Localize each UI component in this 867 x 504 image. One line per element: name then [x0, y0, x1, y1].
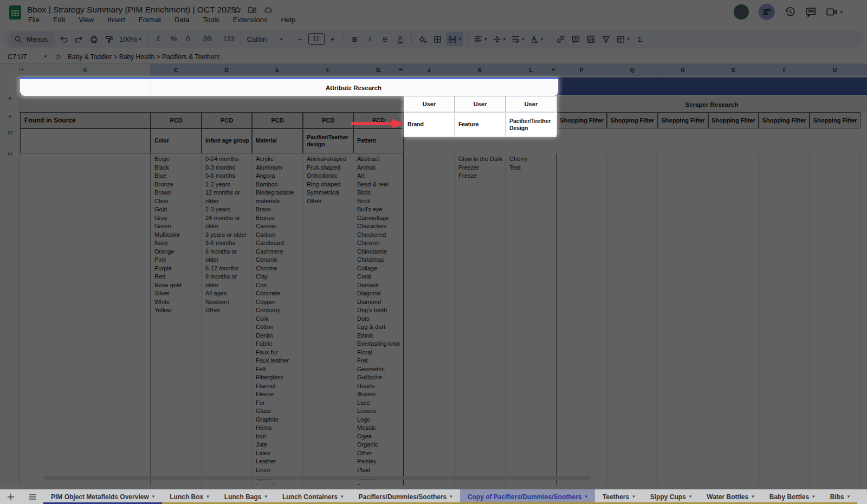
cell-shopping-filter-r[interactable]: Shopping Filter: [658, 112, 708, 128]
cell-pcd-d[interactable]: PCD: [202, 112, 252, 128]
row-header-11[interactable]: 11: [0, 140, 20, 165]
italic-button[interactable]: I: [363, 32, 377, 46]
cell-header-brand[interactable]: Brand: [404, 112, 455, 137]
cell-header-infant-age-group[interactable]: Infant age group: [202, 128, 252, 153]
cell-header-color[interactable]: Color: [151, 128, 202, 153]
cell-shopping-filter-u[interactable]: Shopping Filter: [810, 112, 860, 128]
hidden-column-A-marker-icon[interactable]: ▸: [22, 67, 23, 72]
tab-sippy-cups[interactable]: Sippy Cups▾: [643, 489, 700, 504]
cell-header-pacifier-teether-design[interactable]: Pacifier/Teether design: [303, 128, 353, 153]
format-currency-button[interactable]: £: [152, 32, 166, 46]
borders-button[interactable]: [431, 32, 445, 46]
fill-color-button[interactable]: [416, 32, 430, 46]
menu-format[interactable]: Format: [138, 16, 162, 24]
tab-teethers[interactable]: Teethers▾: [595, 489, 643, 504]
column-header-P[interactable]: P: [557, 64, 607, 76]
formula-input[interactable]: Baby & Toddler > Baby Health > Pacifiers…: [68, 53, 219, 61]
sheets-logo[interactable]: [8, 5, 23, 20]
star-button[interactable]: [233, 5, 242, 14]
font-size-input[interactable]: 11: [308, 33, 325, 45]
tab-copy-of-pacifiers-dummies-soothers[interactable]: Copy of Pacifiers/Dummies/Soothers▾: [460, 489, 595, 504]
cell-pcd-f[interactable]: PCD: [303, 112, 353, 128]
column-header-L[interactable]: L: [506, 64, 557, 76]
print-button[interactable]: [87, 32, 101, 46]
menu-insert[interactable]: Insert: [106, 16, 126, 24]
hidden-columns-HI-marker-icon[interactable]: ◂ ▸: [398, 67, 402, 72]
tab-pim-object-metafields-overview[interactable]: PIM Object Metafields Overview▾: [43, 489, 162, 504]
strikethrough-button[interactable]: S: [378, 32, 392, 46]
cell-list-pacifier-teether-design-user[interactable]: Cherry Teat: [506, 153, 557, 485]
column-header-G[interactable]: G: [353, 64, 404, 76]
format-percent-button[interactable]: %: [167, 32, 181, 46]
tab-water-bottles[interactable]: Water Bottles▾: [699, 489, 761, 504]
column-header-C[interactable]: C: [151, 64, 202, 76]
cell-list-infant-age-group[interactable]: 0-24 months 0-3 months 0-6 months 1-2 ye…: [202, 153, 252, 485]
select-all-corner[interactable]: [0, 64, 20, 76]
row-header-8[interactable]: 8: [0, 89, 20, 107]
undo-button[interactable]: [56, 32, 70, 46]
name-box[interactable]: C7:U7 ▾: [0, 53, 47, 61]
cell-user-l[interactable]: User: [506, 96, 557, 112]
paint-format-button[interactable]: [102, 32, 116, 46]
vertical-align-button[interactable]: ▾: [490, 32, 508, 46]
column-header-T[interactable]: T: [759, 64, 810, 76]
merge-cells-button[interactable]: ▾: [446, 32, 464, 46]
cloud-status-button[interactable]: [263, 5, 273, 14]
cell-header-feature[interactable]: Feature: [455, 112, 506, 137]
insert-link-button[interactable]: [553, 32, 567, 46]
cell-user-k[interactable]: User: [455, 96, 506, 112]
row-header-10[interactable]: 10: [0, 124, 20, 140]
column-header-D[interactable]: D: [202, 64, 252, 76]
cell-pcd-c[interactable]: PCD: [151, 112, 202, 128]
text-color-button[interactable]: A: [393, 32, 407, 46]
text-wrap-button[interactable]: ▾: [509, 32, 527, 46]
cell-user-j[interactable]: User: [404, 96, 455, 112]
comments-button[interactable]: [805, 7, 817, 18]
column-header-Q[interactable]: Q: [607, 64, 658, 76]
menus-search-button[interactable]: Menus: [9, 31, 55, 47]
menu-tools[interactable]: Tools: [202, 16, 220, 24]
horizontal-scrollbar-thumb[interactable]: [43, 476, 591, 480]
add-sheet-button[interactable]: [0, 489, 22, 504]
column-header-U[interactable]: U: [810, 64, 860, 76]
zoom-select[interactable]: 100% ▾: [117, 32, 144, 46]
version-history-button[interactable]: [784, 6, 796, 18]
account-avatar[interactable]: [733, 4, 749, 20]
horizontal-align-button[interactable]: ▾: [471, 32, 489, 46]
menu-file[interactable]: File: [27, 16, 41, 24]
column-header-J[interactable]: J: [404, 64, 455, 76]
more-formats-button[interactable]: 123: [221, 32, 237, 46]
column-header-K[interactable]: K: [455, 64, 506, 76]
tab-baby-bottles[interactable]: Baby Bottles▾: [762, 489, 823, 504]
hidden-columns-MNO-marker-icon[interactable]: ◂ ▸: [551, 67, 555, 72]
text-rotation-button[interactable]: ▾: [528, 32, 546, 46]
menu-view[interactable]: View: [77, 16, 95, 24]
decrease-decimal-button[interactable]: .0←: [182, 32, 198, 46]
cell-shopping-filter-s[interactable]: Shopping Filter: [708, 112, 759, 128]
tab-lunch-box[interactable]: Lunch Box▾: [162, 489, 217, 504]
insert-table-button[interactable]: ▾: [614, 32, 632, 46]
cell-attribute-research[interactable]: Attribute Research: [151, 79, 557, 96]
menu-data[interactable]: Data: [173, 16, 190, 24]
cell-list-pattern[interactable]: Abstract Animal Art Bead & reel Birds Br…: [353, 153, 404, 485]
column-header-S[interactable]: S: [708, 64, 759, 76]
tab-lunch-bags[interactable]: Lunch Bags▾: [217, 489, 275, 504]
insert-chart-button[interactable]: [584, 32, 598, 46]
move-to-folder-button[interactable]: [248, 5, 257, 14]
cell-list-feature[interactable]: Glow in the Dark Freezer Freeze: [455, 153, 506, 485]
decrease-font-size-button[interactable]: −: [293, 32, 307, 46]
menu-help[interactable]: Help: [280, 16, 296, 24]
cell-found-in-source[interactable]: Found in Source: [20, 112, 151, 128]
tab-pacifiers-dummies-soothers[interactable]: Pacifiers/Dummies/Soothers▾: [351, 489, 460, 504]
tab-bibs[interactable]: Bibs▾: [823, 489, 858, 504]
column-header-E[interactable]: E: [252, 64, 303, 76]
cell-header-material[interactable]: Material: [252, 128, 303, 153]
row-header-9[interactable]: 9: [0, 108, 20, 124]
cell-shopping-filter-q[interactable]: Shopping Filter: [607, 112, 658, 128]
cell-header-pattern[interactable]: Pattern: [353, 128, 404, 153]
insert-comment-button[interactable]: [568, 32, 583, 46]
cell-shopping-filter-p[interactable]: Shopping Filter: [557, 112, 607, 128]
tab-lunch-containers[interactable]: Lunch Containers▾: [275, 489, 351, 504]
increase-font-size-button[interactable]: +: [326, 32, 340, 46]
meet-button[interactable]: ▾: [826, 7, 843, 17]
